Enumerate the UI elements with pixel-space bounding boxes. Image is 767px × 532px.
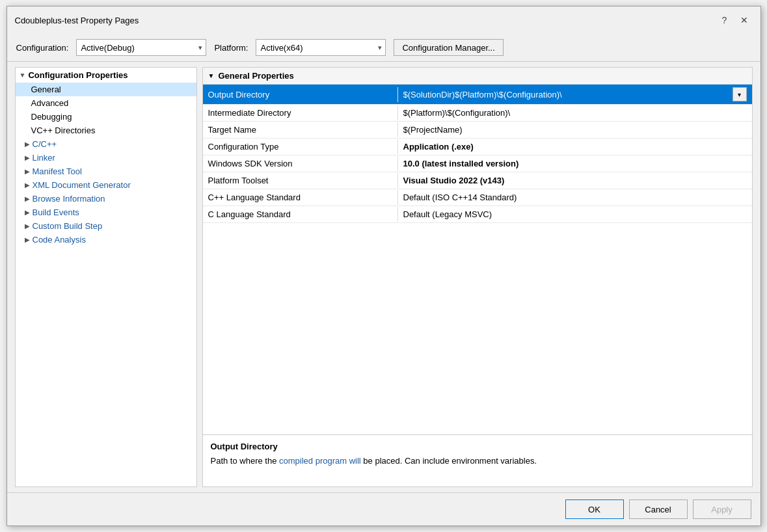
build-events-arrow: ▶ bbox=[25, 209, 30, 216]
description-text: Path to where the compiled program will … bbox=[211, 455, 744, 467]
prop-name-target-name: Target Name bbox=[203, 122, 398, 137]
apply-button[interactable]: Apply bbox=[693, 499, 751, 519]
sidebar-item-debugging[interactable]: Debugging bbox=[16, 110, 196, 124]
sidebar-group-cpp[interactable]: ▶ C/C++ bbox=[16, 137, 196, 151]
prop-value-intermediate-dir: $(Platform)\$(Configuration)\ bbox=[398, 105, 752, 120]
code-analysis-arrow: ▶ bbox=[25, 236, 30, 243]
button-bar: OK Cancel Apply bbox=[7, 492, 760, 525]
table-row[interactable]: C Language Standard Default (Legacy MSVC… bbox=[203, 206, 752, 223]
cpp-arrow: ▶ bbox=[25, 140, 30, 148]
cancel-button[interactable]: Cancel bbox=[629, 499, 688, 519]
table-row[interactable]: Windows SDK Version 10.0 (latest install… bbox=[203, 155, 752, 172]
linker-arrow: ▶ bbox=[25, 154, 30, 161]
prop-value-cpp-standard: Default (ISO C++14 Standard) bbox=[398, 190, 752, 205]
prop-name-output-dir: Output Directory bbox=[203, 87, 398, 102]
right-panel: ▼ General Properties Output Directory $(… bbox=[202, 67, 753, 487]
prop-value-output-dir: $(SolutionDir)$(Platform)\$(Configuratio… bbox=[398, 85, 752, 104]
sidebar-group-linker[interactable]: ▶ Linker bbox=[16, 151, 196, 165]
table-row[interactable]: Platform Toolset Visual Studio 2022 (v14… bbox=[203, 172, 752, 189]
sidebar-item-vc-directories[interactable]: VC++ Directories bbox=[16, 124, 196, 137]
description-panel: Output Directory Path to where the compi… bbox=[203, 434, 752, 486]
config-bar: Configuration: Active(Debug) Platform: A… bbox=[7, 34, 760, 62]
section-title: General Properties bbox=[218, 71, 293, 81]
prop-value-target-name: $(ProjectName) bbox=[398, 122, 752, 137]
prop-name-config-type: Configuration Type bbox=[203, 139, 398, 154]
table-row[interactable]: Output Directory $(SolutionDir)$(Platfor… bbox=[203, 85, 752, 105]
sidebar-group-custom-build[interactable]: ▶ Custom Build Step bbox=[16, 219, 196, 233]
property-pages-dialog: Cdoubleplus-test Property Pages ? ✕ Conf… bbox=[7, 6, 761, 526]
platform-select[interactable]: Active(x64) bbox=[256, 39, 386, 56]
section-arrow: ▼ bbox=[20, 72, 26, 79]
config-label: Configuration: bbox=[16, 43, 69, 53]
config-select-wrapper: Active(Debug) bbox=[76, 39, 206, 56]
dialog-title: Cdoubleplus-test Property Pages bbox=[15, 16, 139, 25]
table-row[interactable]: Target Name $(ProjectName) bbox=[203, 122, 752, 139]
properties-section-header: ▼ General Properties bbox=[203, 68, 752, 85]
prop-name-intermediate-dir: Intermediate Directory bbox=[203, 105, 398, 120]
sidebar-group-manifest[interactable]: ▶ Manifest Tool bbox=[16, 165, 196, 178]
sidebar: ▼ Configuration Properties General Advan… bbox=[15, 67, 197, 487]
prop-name-sdk-version: Windows SDK Version bbox=[203, 156, 398, 171]
section-expand-arrow: ▼ bbox=[208, 72, 215, 79]
sidebar-group-build-events[interactable]: ▶ Build Events bbox=[16, 206, 196, 219]
table-row[interactable]: Configuration Type Application (.exe) bbox=[203, 139, 752, 155]
prop-value-config-type: Application (.exe) bbox=[398, 139, 752, 154]
properties-table: ▼ General Properties Output Directory $(… bbox=[203, 68, 752, 434]
config-manager-button[interactable]: Configuration Manager... bbox=[394, 39, 503, 56]
sidebar-group-xml[interactable]: ▶ XML Document Generator bbox=[16, 178, 196, 192]
output-dir-dropdown-btn[interactable]: ▾ bbox=[733, 87, 747, 101]
prop-value-c-standard: Default (Legacy MSVC) bbox=[398, 207, 752, 222]
description-title: Output Directory bbox=[211, 442, 744, 451]
title-bar-buttons: ? ✕ bbox=[716, 12, 753, 29]
close-button[interactable]: ✕ bbox=[736, 12, 753, 29]
prop-value-platform-toolset: Visual Studio 2022 (v143) bbox=[398, 173, 752, 188]
browse-arrow: ▶ bbox=[25, 195, 30, 202]
sidebar-section-title: Configuration Properties bbox=[28, 70, 128, 80]
sidebar-item-general[interactable]: General bbox=[16, 83, 196, 96]
sidebar-group-code-analysis[interactable]: ▶ Code Analysis bbox=[16, 233, 196, 246]
xml-arrow: ▶ bbox=[25, 181, 30, 189]
platform-select-wrapper: Active(x64) bbox=[256, 39, 386, 56]
main-content: ▼ Configuration Properties General Advan… bbox=[7, 62, 760, 492]
manifest-arrow: ▶ bbox=[25, 168, 30, 175]
sidebar-item-advanced[interactable]: Advanced bbox=[16, 96, 196, 110]
help-button[interactable]: ? bbox=[716, 12, 733, 29]
title-bar: Cdoubleplus-test Property Pages ? ✕ bbox=[7, 7, 760, 34]
sidebar-group-browse[interactable]: ▶ Browse Information bbox=[16, 192, 196, 206]
prop-name-c-standard: C Language Standard bbox=[203, 207, 398, 222]
platform-label: Platform: bbox=[214, 43, 248, 53]
prop-name-platform-toolset: Platform Toolset bbox=[203, 173, 398, 188]
table-row[interactable]: Intermediate Directory $(Platform)\$(Con… bbox=[203, 105, 752, 122]
description-link-text: compiled program will bbox=[279, 456, 361, 466]
custom-build-arrow: ▶ bbox=[25, 222, 30, 230]
ok-button[interactable]: OK bbox=[565, 499, 624, 519]
prop-name-cpp-standard: C++ Language Standard bbox=[203, 190, 398, 205]
config-select[interactable]: Active(Debug) bbox=[76, 39, 206, 56]
table-row[interactable]: C++ Language Standard Default (ISO C++14… bbox=[203, 189, 752, 206]
prop-value-sdk-version: 10.0 (latest installed version) bbox=[398, 156, 752, 171]
sidebar-section-header[interactable]: ▼ Configuration Properties bbox=[16, 68, 196, 83]
